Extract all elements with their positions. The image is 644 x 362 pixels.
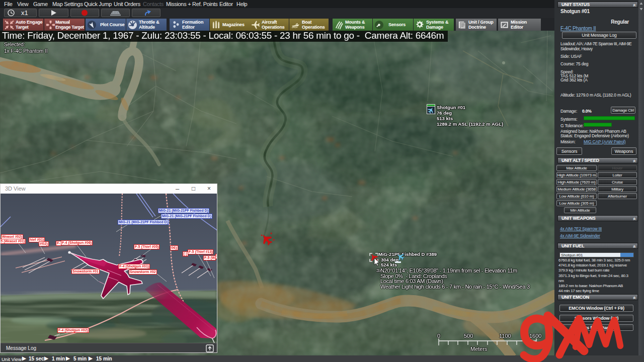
svg-text:x1: x1: [21, 9, 28, 17]
